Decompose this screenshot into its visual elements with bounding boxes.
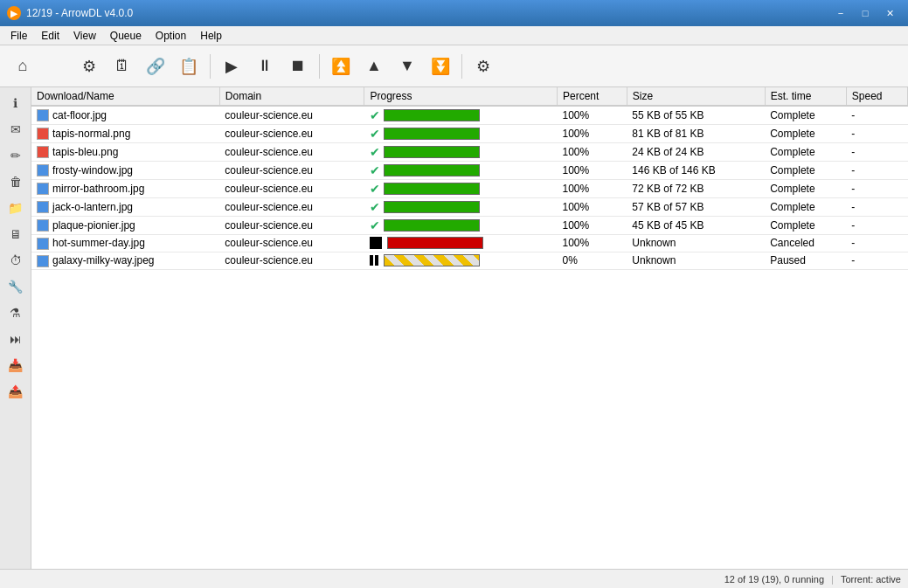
cell-progress: ✔ (364, 106, 557, 125)
toolbar-btn-settings[interactable]: ⚙ (73, 51, 105, 82)
cell-percent: 100% (557, 162, 627, 180)
menu-item-edit[interactable]: Edit (34, 28, 66, 44)
sidebar-btn-funnel[interactable]: ⚗ (3, 301, 28, 325)
column-header-download-name[interactable]: Download/Name (31, 87, 219, 106)
toolbar-btn-move-bottom[interactable]: ⏬ (425, 51, 456, 82)
toolbar-btn-new-download[interactable] (40, 51, 72, 82)
maximize-button[interactable]: □ (854, 4, 877, 22)
complete-icon: ✔ (370, 163, 380, 177)
cell-est-time: Complete (765, 217, 846, 235)
file-name: mirror-bathroom.jpg (52, 183, 144, 195)
progress-bar-container (384, 254, 480, 266)
file-name: tapis-normal.png (52, 128, 130, 140)
column-header-est--time[interactable]: Est. time (765, 87, 846, 106)
progress-bar-fill (385, 147, 479, 157)
menu-item-view[interactable]: View (66, 28, 103, 44)
toolbar-btn-move-down[interactable]: ▼ (392, 51, 423, 82)
cell-name: galaxy-milky-way.jpeg (31, 252, 219, 269)
table-header: Download/NameDomainProgressPercentSizeEs… (31, 87, 908, 106)
window-title: 12/19 - ArrowDL v4.0.0 (26, 7, 829, 19)
column-header-percent[interactable]: Percent (557, 87, 627, 106)
table-row[interactable]: plaque-pionier.jpgcouleur-science.eu✔100… (31, 217, 908, 235)
column-header-speed[interactable]: Speed (846, 87, 907, 106)
menu-bar: FileEditViewQueueOptionHelp (0, 26, 908, 45)
cell-speed: - (846, 162, 907, 180)
toolbar-btn-link[interactable]: 🔗 (140, 51, 171, 82)
table-row[interactable]: mirror-bathroom.jpgcouleur-science.eu✔10… (31, 180, 908, 198)
cell-size: Unknown (627, 252, 765, 269)
toolbar-btn-calendar[interactable]: 🗓 (107, 51, 138, 82)
cell-size: 72 KB of 72 KB (627, 180, 765, 198)
sidebar-btn-import[interactable]: 📥 (3, 353, 28, 377)
file-type-icon (37, 183, 49, 195)
sidebar-btn-edit[interactable]: ✏ (3, 143, 28, 168)
download-area[interactable]: Download/NameDomainProgressPercentSizeEs… (31, 87, 908, 569)
toolbar-btn-pause[interactable]: ⏸ (249, 51, 281, 82)
column-header-progress[interactable]: Progress (364, 87, 557, 106)
menu-item-help[interactable]: Help (193, 28, 229, 44)
table-row[interactable]: frosty-window.jpgcouleur-science.eu✔100%… (31, 162, 908, 180)
toolbar-btn-play[interactable]: ▶ (216, 51, 247, 82)
cell-name: tapis-normal.png (31, 125, 219, 143)
cell-progress: ✔ (364, 143, 557, 162)
sidebar-btn-clock[interactable]: ⏱ (3, 248, 28, 273)
sidebar-btn-tool[interactable]: 🔧 (3, 274, 28, 299)
file-type-icon (37, 128, 49, 140)
cell-size: 45 KB of 45 KB (627, 217, 765, 235)
download-table: Download/NameDomainProgressPercentSizeEs… (31, 87, 908, 270)
sidebar-btn-mail[interactable]: ✉ (3, 117, 28, 142)
cell-percent: 100% (557, 125, 627, 143)
cell-est-time: Paused (765, 252, 846, 269)
column-header-domain[interactable]: Domain (219, 87, 364, 106)
menu-item-file[interactable]: File (3, 28, 34, 44)
toolbar-btn-move-up[interactable]: ▲ (358, 51, 390, 82)
file-name: frosty-window.jpg (52, 164, 133, 176)
table-row[interactable]: galaxy-milky-way.jpegcouleur-science.eu0… (31, 252, 908, 269)
cell-progress: ✔ (364, 217, 557, 235)
cell-est-time: Complete (765, 106, 846, 125)
progress-bar-container (384, 146, 480, 158)
menu-item-option[interactable]: Option (149, 28, 193, 44)
cell-size: Unknown (627, 235, 765, 252)
cell-speed: - (846, 198, 907, 217)
toolbar-btn-home[interactable]: ⌂ (7, 51, 38, 82)
toolbar-btn-stop[interactable]: ⏹ (282, 51, 314, 82)
cell-name: plaque-pionier.jpg (31, 217, 219, 235)
table-row[interactable]: tapis-bleu.pngcouleur-science.eu✔100%24 … (31, 143, 908, 162)
sidebar-btn-skip[interactable]: ⏭ (3, 327, 28, 351)
file-type-icon (37, 255, 49, 267)
file-name: jack-o-lantern.jpg (52, 201, 133, 213)
table-row[interactable]: tapis-normal.pngcouleur-science.eu✔100%8… (31, 125, 908, 143)
cell-est-time: Complete (765, 125, 846, 143)
file-name: hot-summer-day.jpg (52, 237, 145, 249)
app-icon: ▶ (7, 6, 21, 20)
cell-progress (364, 235, 557, 252)
close-button[interactable]: ✕ (878, 4, 901, 22)
toolbar-btn-move-top[interactable]: ⏫ (325, 51, 357, 82)
sidebar-btn-trash[interactable]: 🗑 (3, 169, 28, 194)
sidebar-btn-monitor[interactable]: 🖥 (3, 222, 28, 246)
minimize-button[interactable]: − (829, 4, 852, 22)
toolbar-btn-clipboard[interactable]: 📋 (173, 51, 204, 82)
sidebar-btn-folder[interactable]: 📁 (3, 196, 28, 220)
toolbar-btn-gear-settings[interactable]: ⚙ (468, 51, 499, 82)
cell-speed: - (846, 143, 907, 162)
window-controls: − □ ✕ (829, 4, 901, 22)
cell-domain: couleur-science.eu (219, 162, 364, 180)
pause-icon (370, 255, 378, 266)
cell-name: tapis-bleu.png (31, 143, 219, 162)
cell-progress: ✔ (364, 162, 557, 180)
column-header-size[interactable]: Size (627, 87, 765, 106)
table-row[interactable]: hot-summer-day.jpgcouleur-science.eu100%… (31, 235, 908, 252)
menu-item-queue[interactable]: Queue (103, 28, 149, 44)
sidebar-btn-export[interactable]: 📤 (3, 379, 28, 404)
sidebar-btn-info[interactable]: ℹ (3, 91, 28, 115)
table-row[interactable]: jack-o-lantern.jpgcouleur-science.eu✔100… (31, 198, 908, 217)
cell-est-time: Complete (765, 162, 846, 180)
cell-name: cat-floor.jpg (31, 106, 219, 125)
progress-bar-container (384, 219, 480, 232)
torrent-status: Torrent: active (841, 574, 901, 585)
cell-size: 55 KB of 55 KB (627, 106, 765, 125)
table-row[interactable]: cat-floor.jpgcouleur-science.eu✔100%55 K… (31, 106, 908, 125)
file-name: tapis-bleu.png (52, 146, 118, 158)
